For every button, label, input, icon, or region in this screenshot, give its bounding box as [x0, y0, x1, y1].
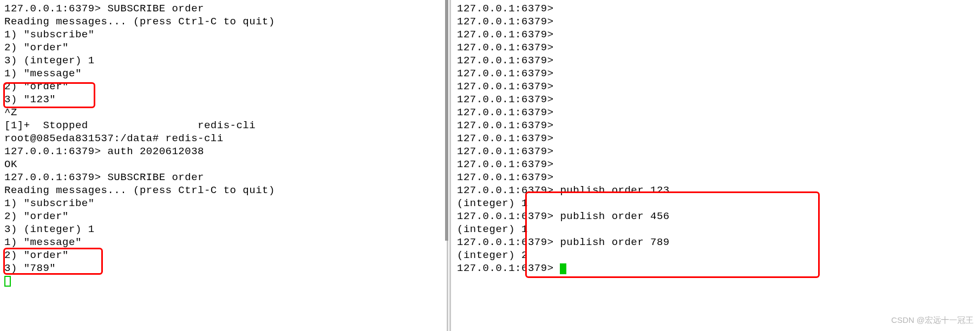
- terminal-prompt: 127.0.0.1:6379>: [457, 145, 976, 158]
- terminal-line: ^Z: [4, 106, 441, 119]
- terminal-line: (integer) 2: [457, 249, 976, 262]
- terminal-line: 127.0.0.1:6379> SUBSCRIBE order: [4, 2, 441, 15]
- terminal-line: (integer) 1: [457, 223, 976, 236]
- terminal-line: Reading messages... (press Ctrl-C to qui…: [4, 15, 441, 28]
- terminal-prompt: 127.0.0.1:6379>: [457, 171, 976, 184]
- terminal-prompt: 127.0.0.1:6379>: [457, 119, 976, 132]
- terminal-line: OK: [4, 158, 441, 171]
- terminal-line: [1]+ Stopped redis-cli: [4, 119, 441, 132]
- terminal-prompt: 127.0.0.1:6379>: [457, 93, 976, 106]
- terminal-line: 2) "order": [4, 41, 441, 54]
- terminal-line: Reading messages... (press Ctrl-C to qui…: [4, 184, 441, 197]
- terminal-prompt: 127.0.0.1:6379>: [457, 67, 976, 80]
- scrollbar-thumb[interactable]: [445, 0, 448, 241]
- terminal-prompt: 127.0.0.1:6379>: [457, 2, 976, 15]
- terminal-line: 127.0.0.1:6379> publish order 456: [457, 210, 976, 223]
- terminal-prompt: 127.0.0.1:6379>: [457, 80, 976, 93]
- terminal-line: (integer) 1: [457, 197, 976, 210]
- terminal-prompt: 127.0.0.1:6379>: [457, 158, 976, 171]
- terminal-line: 2) "order": [4, 80, 441, 93]
- watermark-text: CSDN @宏远十一冠王: [891, 315, 974, 326]
- terminal-line: 3) "123": [4, 93, 441, 106]
- pane-divider[interactable]: [445, 0, 453, 331]
- terminal-prompt: 127.0.0.1:6379>: [457, 106, 976, 119]
- left-terminal-pane[interactable]: 127.0.0.1:6379> SUBSCRIBE order Reading …: [0, 0, 445, 331]
- terminal-line: 127.0.0.1:6379> publish order 123: [457, 184, 976, 197]
- cursor-icon: [560, 263, 566, 274]
- terminal-line: 1) "subscribe": [4, 197, 441, 210]
- terminal-prompt: 127.0.0.1:6379>: [457, 132, 976, 145]
- terminal-prompt: 127.0.0.1:6379>: [457, 41, 976, 54]
- terminal-line: 2) "order": [4, 210, 441, 223]
- terminal-line: 127.0.0.1:6379> auth 2020612038: [4, 145, 441, 158]
- terminal-line: 127.0.0.1:6379> publish order 789: [457, 236, 976, 249]
- terminal-line: 1) "message": [4, 67, 441, 80]
- terminal-prompt: 127.0.0.1:6379>: [457, 15, 976, 28]
- terminal-prompt: 127.0.0.1:6379>: [457, 54, 976, 67]
- terminal-line: 127.0.0.1:6379> SUBSCRIBE order: [4, 171, 441, 184]
- terminal-line: 3) (integer) 1: [4, 54, 441, 67]
- terminal-line: 1) "message": [4, 236, 441, 249]
- cursor-icon: [4, 276, 11, 287]
- terminal-line: root@085eda831537:/data# redis-cli: [4, 132, 441, 145]
- terminal-line: 3) "789": [4, 262, 441, 275]
- terminal-line: 1) "subscribe": [4, 28, 441, 41]
- terminal-line: 2) "order": [4, 249, 441, 262]
- right-terminal-pane[interactable]: 127.0.0.1:6379> 127.0.0.1:6379> 127.0.0.…: [453, 0, 980, 331]
- terminal-line: 3) (integer) 1: [4, 223, 441, 236]
- terminal-prompt: 127.0.0.1:6379>: [457, 28, 976, 41]
- terminal-prompt-active[interactable]: 127.0.0.1:6379>: [457, 262, 976, 275]
